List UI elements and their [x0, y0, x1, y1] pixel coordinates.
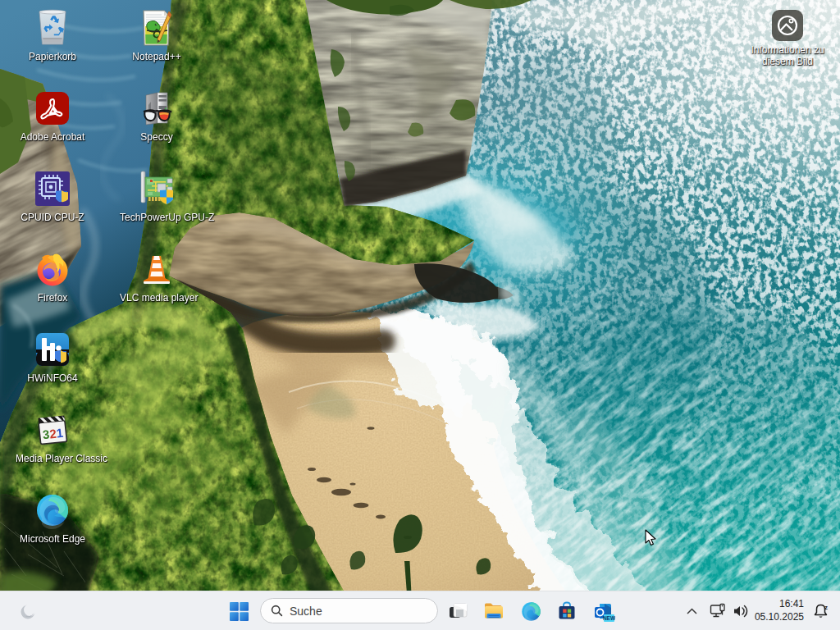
svg-text:321: 321: [42, 426, 64, 442]
svg-text:NEW: NEW: [602, 615, 614, 621]
svg-text:z: z: [824, 604, 828, 611]
